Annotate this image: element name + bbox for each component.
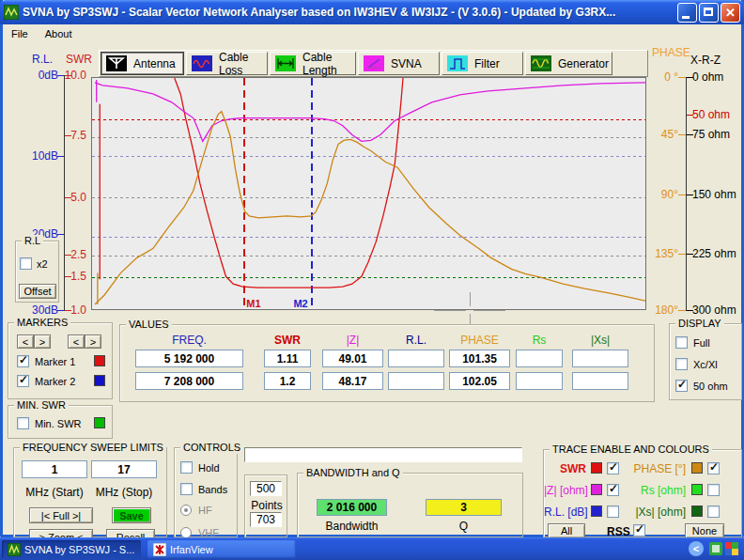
- marker2-checkbox[interactable]: [17, 375, 29, 387]
- marker2-next-button[interactable]: >: [85, 334, 101, 349]
- trace-xs-swatch[interactable]: [691, 506, 703, 517]
- trace-z-swatch[interactable]: [591, 484, 602, 495]
- phase-tick-mark: [678, 310, 686, 311]
- value-xs-2: [572, 372, 628, 390]
- minimize-button[interactable]: [677, 3, 697, 23]
- controls-title: CONTROLS: [180, 442, 243, 454]
- menu-about[interactable]: About: [37, 26, 81, 41]
- hold-checkbox[interactable]: [180, 461, 193, 474]
- bands-checkbox[interactable]: [180, 483, 193, 495]
- cable-length-icon: [275, 55, 296, 71]
- trace-xs-checkbox[interactable]: [707, 506, 720, 518]
- taskbar-task-irfanview-label: IrfanView: [170, 544, 213, 555]
- bandwidth-group: BANDWIDTH and Q 2 016 000 Bandwidth 3 Q: [297, 473, 523, 537]
- points-label: Points: [245, 499, 288, 512]
- menu-file[interactable]: File: [3, 26, 37, 41]
- offset-button[interactable]: Offset: [19, 284, 56, 299]
- ohm-tick-label: 0 ohm: [692, 70, 744, 84]
- marker1-next-button[interactable]: >: [34, 334, 51, 349]
- ohm-tick-label: 50 ohm: [692, 108, 744, 121]
- x2-checkbox[interactable]: [20, 257, 32, 270]
- marker2-color-swatch[interactable]: [94, 375, 105, 386]
- controls-group: CONTROLS Hold Bands HF VHF: [174, 447, 238, 537]
- toolbar-button-svna[interactable]: SVNA: [358, 52, 440, 75]
- trace-rl-checkbox[interactable]: [607, 506, 619, 518]
- tray-icon[interactable]: [725, 542, 738, 555]
- filter-icon: [447, 55, 468, 71]
- marker2-prev-button[interactable]: <: [68, 334, 85, 349]
- marker1-color-swatch[interactable]: [94, 355, 105, 366]
- antenna-icon: [106, 55, 127, 71]
- ohm-tick-mark: [687, 310, 693, 311]
- display-xcxl-checkbox[interactable]: [675, 358, 688, 370]
- trace-z: [95, 83, 645, 141]
- save-button[interactable]: Save: [112, 507, 151, 523]
- value-freq-1: 5 192 000: [135, 350, 243, 367]
- trace-phase-checkbox[interactable]: [707, 462, 720, 474]
- min-swr-title: MIN. SWR: [14, 399, 69, 412]
- marker1-prev-button[interactable]: <: [17, 334, 34, 349]
- sweep-stop-field[interactable]: 17: [91, 460, 157, 478]
- trace-z-label: |Z| [ohm]: [544, 484, 586, 497]
- value-freq-2: 7 208 000: [135, 372, 243, 390]
- phase-tick-mark: [678, 194, 686, 195]
- tray-icon[interactable]: [709, 542, 722, 555]
- ohm-tick-label: 150 ohm: [692, 188, 744, 201]
- trace-phase-swatch[interactable]: [691, 462, 703, 474]
- tray-collapse-chevron[interactable]: <: [689, 541, 704, 556]
- value-swr-1: 1.11: [264, 350, 311, 367]
- xrz-axis-header: X-R-Z: [690, 54, 721, 67]
- toolbar-button-cable-length[interactable]: Cable Length: [270, 52, 356, 75]
- rl-tick-mark: [57, 310, 64, 311]
- rss-label: RSS: [607, 525, 630, 538]
- phase-tick-label: 45°: [644, 128, 678, 141]
- rss-checkbox[interactable]: [633, 524, 645, 537]
- close-button[interactable]: ✕: [721, 3, 740, 23]
- maximize-button[interactable]: [699, 3, 719, 23]
- q-value-field: 3: [426, 499, 502, 516]
- full-span-button[interactable]: |< Full >|: [29, 507, 93, 523]
- window-title: SVNA by SP3SWJ - Scalar Vector Network A…: [23, 6, 675, 19]
- ohm-tick-label: 300 ohm: [692, 303, 744, 317]
- min-swr-label: Min. SWR: [35, 418, 82, 429]
- none-traces-button[interactable]: None: [685, 523, 724, 538]
- titlebar: SVNA by SP3SWJ - Scalar Vector Network A…: [0, 0, 744, 24]
- min-swr-checkbox[interactable]: [17, 417, 29, 429]
- sweep-start-label: MHz (Start): [22, 486, 87, 499]
- chart-plot[interactable]: M1 M2: [91, 77, 646, 310]
- trace-z-checkbox[interactable]: [607, 484, 619, 496]
- phase-tick-label: 135°: [644, 247, 678, 260]
- hf-label: HF: [198, 505, 212, 516]
- value-phase-2: 102.05: [449, 372, 510, 390]
- display-full-checkbox[interactable]: [675, 336, 688, 349]
- toolbar-button-generator[interactable]: Generator: [525, 52, 612, 75]
- taskbar-task-svna[interactable]: SVNA by SP3SWJ - S...: [2, 540, 141, 558]
- value-z-2: 48.17: [322, 372, 383, 390]
- marker1-checkbox[interactable]: [17, 355, 29, 367]
- value-phase-1: 101.35: [449, 350, 510, 367]
- toolbar-button-filter[interactable]: Filter: [442, 52, 523, 75]
- trace-rs-checkbox[interactable]: [707, 484, 720, 496]
- trace-swr-checkbox[interactable]: [607, 462, 619, 474]
- swr-axis-header: SWR: [66, 53, 92, 66]
- toolbar-button-cable-length-label: Cable Length: [302, 51, 350, 77]
- toolbar-button-antenna[interactable]: Antenna: [101, 52, 184, 75]
- trace-rl-swatch[interactable]: [591, 506, 602, 517]
- message-field[interactable]: [244, 447, 522, 462]
- sweep-group: FREQUENCY SWEEP LIMITS 1 17 MHz (Start) …: [13, 447, 167, 537]
- trace-swr-swatch[interactable]: [591, 462, 602, 474]
- min-swr-color-swatch[interactable]: [94, 417, 105, 428]
- all-traces-button[interactable]: All: [548, 523, 585, 538]
- display-50ohm-checkbox[interactable]: [675, 380, 688, 392]
- phase-tick-label: 0 °: [644, 70, 678, 84]
- rl-tick-mark: [57, 156, 64, 157]
- desktop: SVNA by SP3SWJ - Scalar Vector Network A…: [0, 0, 744, 560]
- trace-rs-swatch[interactable]: [691, 484, 703, 495]
- sweep-start-field[interactable]: 1: [22, 460, 87, 478]
- taskbar-task-irfanview[interactable]: IrfanView: [147, 540, 296, 558]
- rl-offset-title: R.L: [22, 235, 43, 247]
- hf-radio[interactable]: [180, 505, 192, 516]
- toolbar-button-cable-loss[interactable]: Cable Loss: [186, 52, 268, 75]
- points-value-field: 500: [250, 481, 282, 496]
- trace-canvas: [92, 78, 645, 309]
